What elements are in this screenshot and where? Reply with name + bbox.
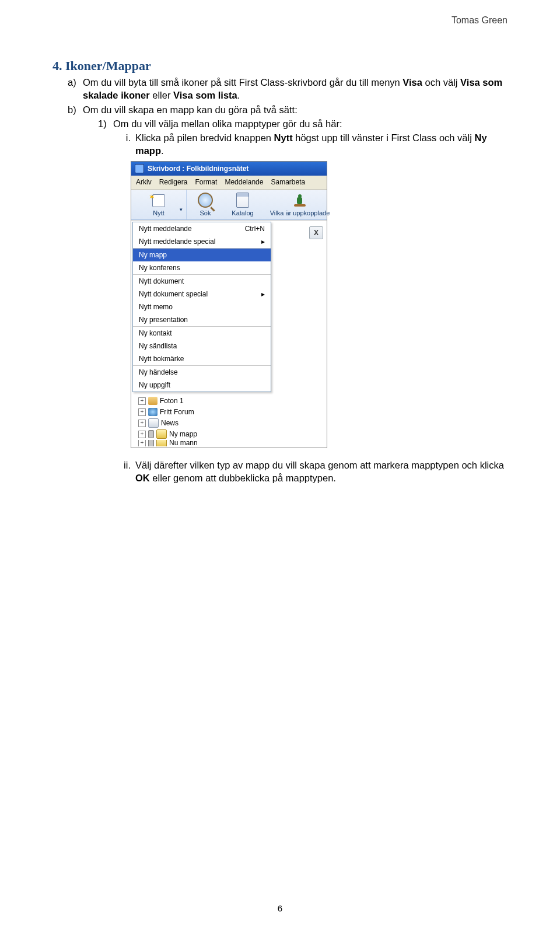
users-online-icon (291, 193, 309, 208)
tree-label: News (161, 418, 178, 428)
toolbar-uppkopplade-button[interactable]: Vilka är uppkopplade (261, 190, 338, 219)
menu-item-label: Ny presentation (139, 315, 265, 324)
toolbar-sok-button[interactable]: Sök (187, 190, 224, 219)
menu-meddelande[interactable]: Meddelande (225, 177, 263, 187)
submenu-arrow-icon: ▸ (261, 237, 265, 246)
text: och välj (422, 77, 460, 88)
menu-item-ny-mapp[interactable]: Ny mapp (133, 249, 271, 261)
section-heading: 4. Ikoner/Mappar (52, 58, 508, 74)
menu-item-ny-sandlista[interactable]: Ny sändlista (133, 340, 271, 352)
expand-icon[interactable]: + (138, 408, 146, 416)
menu-item-nytt-meddelande-special[interactable]: Nytt meddelande special▸ (133, 235, 271, 248)
menu-item-label: Ny uppgift (139, 380, 265, 390)
text: Välj därefter vilken typ av mapp du vill… (135, 460, 504, 470)
menu-item-nytt-bokmarke[interactable]: Nytt bokmärke (133, 352, 271, 365)
menu-item-label: Ny mapp (139, 250, 265, 260)
news-icon (148, 418, 159, 428)
list-item-b: b) Om du vill skapa en mapp kan du göra … (68, 103, 508, 116)
bold-text: OK (135, 473, 150, 483)
bold-text: Nytt (274, 132, 293, 143)
list-item-i: i. Klicka på pilen bredvid knappen Nytt … (113, 131, 508, 158)
menu-item-label: Nytt memo (139, 302, 265, 312)
window-titlebar[interactable]: Skrivbord : Folkbildningsnätet (131, 162, 327, 176)
submenu-arrow-icon: ▸ (261, 289, 265, 299)
menu-item-ny-konferens[interactable]: Ny konferens (133, 261, 271, 274)
toolbar-label: Katalog (232, 209, 253, 218)
marker-a: a) (68, 76, 83, 102)
toolbar-nytt-button[interactable]: ✶ Nytt ▾ (131, 190, 187, 219)
menu-item-label: Nytt bokmärke (139, 354, 265, 364)
menu-redigera[interactable]: Redigera (159, 177, 188, 187)
menu-item-label: Nytt dokument (139, 277, 265, 286)
toolbar: ✶ Nytt ▾ Sök Katalog Vilka är uppkopplad… (131, 190, 327, 220)
menu-item-ny-handelse[interactable]: Ny händelse (133, 366, 271, 379)
menu-item-nytt-dokument-special[interactable]: Nytt dokument special▸ (133, 288, 271, 300)
toolbar-label: Nytt (153, 209, 164, 218)
nytt-dropdown-menu: Nytt meddelandeCtrl+N Nytt meddelande sp… (132, 222, 271, 392)
marker-ii: ii. (113, 459, 135, 485)
tree-label: Fritt Forum (160, 407, 194, 417)
text: . (237, 90, 240, 100)
text: eller (150, 90, 173, 100)
bold-text: Visa som lista (173, 90, 237, 100)
menu-item-ny-uppgift[interactable]: Ny uppgift (133, 379, 271, 392)
tree-row[interactable]: +Foton 1 (135, 396, 327, 407)
photos-folder-icon (148, 397, 158, 405)
folder-icon (156, 429, 167, 439)
menu-item-label: Ny kontakt (139, 329, 265, 338)
catalog-icon (234, 193, 251, 208)
menu-samarbeta[interactable]: Samarbeta (271, 177, 305, 187)
toolbar-katalog-button[interactable]: Katalog (224, 190, 261, 219)
menubar[interactable]: Arkiv Redigera Format Meddelande Samarbe… (131, 176, 327, 190)
tree-row[interactable]: +Nu mann (135, 440, 327, 446)
search-icon (197, 193, 214, 208)
marker-i: i. (113, 131, 135, 158)
page-number: 6 (0, 903, 560, 913)
menu-item-nytt-memo[interactable]: Nytt memo (133, 300, 271, 313)
page-header-author: Tomas Green (452, 15, 508, 26)
menu-item-nytt-dokument[interactable]: Nytt dokument (133, 275, 271, 288)
text: Klicka på pilen bredvid knappen (135, 132, 274, 143)
tree-label: Nu mann (169, 440, 198, 446)
toolbar-label: Vilka är uppkopplade (270, 209, 330, 218)
marker-1: 1) (98, 117, 113, 130)
folder-tree: +Foton 1 +Fritt Forum +News +Ny mapp +Nu… (132, 396, 327, 446)
folder-icon (156, 440, 167, 446)
new-document-icon: ✶ (150, 193, 167, 208)
text: Om du vill skapa en mapp kan du göra på … (83, 103, 298, 116)
toolbar-label: Sök (200, 209, 211, 218)
menu-item-label: Nytt dokument special (139, 289, 261, 299)
tree-row[interactable]: +Ny mapp (135, 429, 327, 440)
dropdown-arrow-icon[interactable]: ▾ (180, 206, 183, 213)
menu-format[interactable]: Format (195, 177, 217, 187)
shortcut-text: Ctrl+N (245, 224, 265, 233)
bold-text: Visa (402, 77, 422, 88)
lock-icon (148, 430, 154, 438)
text: eller genom att dubbeklicka på mapptypen… (150, 473, 336, 483)
tree-row[interactable]: +Fritt Forum (135, 407, 327, 418)
tree-label: Foton 1 (160, 396, 184, 406)
list-item-a: a) Om du vill byta till små ikoner på si… (68, 76, 508, 102)
tree-row[interactable]: +News (135, 418, 327, 429)
expand-icon[interactable]: + (138, 420, 146, 427)
lock-icon (148, 440, 154, 446)
list-item-1: 1) Om du vill välja mellan olika mapptyp… (98, 117, 508, 130)
tree-label: Ny mapp (169, 429, 197, 439)
menu-arkiv[interactable]: Arkiv (136, 177, 152, 187)
menu-item-nytt-meddelande[interactable]: Nytt meddelandeCtrl+N (133, 222, 271, 235)
menu-item-ny-presentation[interactable]: Ny presentation (133, 313, 271, 326)
expand-icon[interactable]: + (138, 440, 146, 446)
expand-icon[interactable]: + (138, 431, 146, 438)
menu-item-label: Nytt meddelande (139, 224, 245, 233)
globe-icon (148, 408, 158, 416)
marker-b: b) (68, 103, 83, 116)
panel-close-button[interactable]: X (309, 226, 323, 239)
menu-item-label: Ny sändlista (139, 341, 265, 351)
screenshot-firstclass: Skrivbord : Folkbildningsnätet Arkiv Red… (131, 161, 327, 448)
window-title: Skrivbord : Folkbildningsnätet (148, 164, 249, 173)
app-icon (135, 164, 144, 173)
menu-item-ny-kontakt[interactable]: Ny kontakt (133, 327, 271, 340)
text: Om du vill välja mellan olika mapptyper … (113, 117, 342, 130)
expand-icon[interactable]: + (138, 397, 146, 405)
list-item-ii: ii. Välj därefter vilken typ av mapp du … (113, 459, 508, 485)
